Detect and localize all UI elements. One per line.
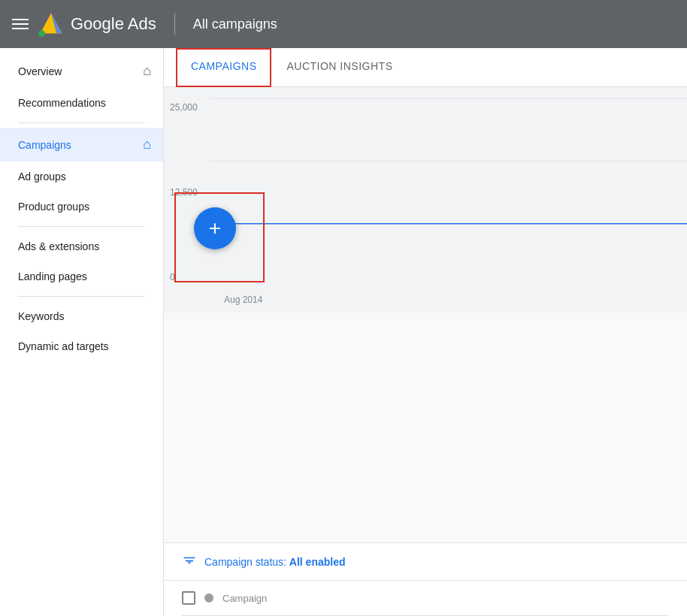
sidebar-item-label: Ads & extensions	[18, 240, 151, 252]
chart-y-labels: 25,000 12,500 0	[164, 87, 209, 282]
header: Google Ads All campaigns	[0, 0, 687, 48]
table-select-all-checkbox[interactable]	[182, 591, 195, 605]
page-title: All campaigns	[193, 17, 277, 32]
sidebar-item-landing-pages[interactable]: Landing pages	[0, 261, 163, 291]
sidebar-item-label: Dynamic ad targets	[18, 340, 151, 352]
sidebar-item-keywords[interactable]: Keywords	[0, 301, 163, 331]
sidebar-item-label: Ad groups	[18, 171, 151, 183]
chart-x-label: Aug 2014	[224, 294, 262, 305]
filter-value: All enabled	[289, 556, 346, 568]
filter-icon[interactable]	[182, 552, 197, 571]
sidebar-item-overview[interactable]: Overview ⌂	[0, 54, 163, 88]
sidebar-divider	[18, 226, 145, 227]
sidebar: Overview ⌂ Recommendations Campaigns ⌂ A…	[0, 48, 164, 616]
sidebar-divider	[18, 122, 145, 123]
tab-campaigns-label: CAMPAIGNS	[191, 60, 256, 72]
sidebar-item-label: Product groups	[18, 201, 151, 213]
sidebar-item-campaigns[interactable]: Campaigns ⌂	[0, 128, 163, 162]
table-column-campaign: Campaign	[222, 593, 267, 604]
chart-svg	[209, 87, 687, 235]
sidebar-item-label: Keywords	[18, 310, 151, 322]
sidebar-item-dynamic-ad-targets[interactable]: Dynamic ad targets	[0, 331, 163, 361]
google-ads-logo-icon	[38, 11, 65, 38]
tab-campaigns[interactable]: CAMPAIGNS	[176, 48, 271, 87]
logo: Google Ads	[38, 11, 156, 38]
filter-bar: Campaign status: All enabled	[164, 542, 687, 580]
menu-icon[interactable]	[12, 19, 29, 29]
tab-auction-insights-label: AUCTION INSIGHTS	[286, 60, 392, 72]
filter-text: Campaign status: All enabled	[204, 556, 346, 568]
header-divider	[174, 13, 175, 35]
table-area: Campaign	[164, 580, 687, 616]
sidebar-item-label: Overview	[18, 65, 143, 77]
table-status-indicator	[204, 593, 213, 602]
sidebar-item-label: Campaigns	[18, 139, 143, 151]
sidebar-item-label: Recommendations	[18, 97, 151, 109]
layout: Overview ⌂ Recommendations Campaigns ⌂ A…	[0, 48, 687, 616]
chart-area: 25,000 12,500 0 Aug 2014	[164, 87, 687, 313]
svg-point-2	[38, 30, 45, 37]
table-header-row: Campaign	[182, 581, 669, 616]
sidebar-item-ad-groups[interactable]: Ad groups	[0, 162, 163, 192]
main-content: CAMPAIGNS AUCTION INSIGHTS 25,000 12,500…	[164, 48, 687, 616]
tabs-bar: CAMPAIGNS AUCTION INSIGHTS	[164, 48, 687, 87]
filter-label: Campaign status:	[204, 556, 289, 568]
add-campaign-button[interactable]	[194, 207, 236, 249]
sidebar-divider	[18, 296, 145, 297]
sidebar-item-label: Landing pages	[18, 270, 151, 282]
chart-y-label-top: 25,000	[170, 102, 203, 113]
sidebar-item-recommendations[interactable]: Recommendations	[0, 88, 163, 118]
home-icon: ⌂	[143, 63, 151, 79]
sidebar-item-product-groups[interactable]: Product groups	[0, 192, 163, 222]
home-icon: ⌂	[143, 137, 151, 152]
app-name: Google Ads	[71, 14, 156, 34]
sidebar-item-ads-extensions[interactable]: Ads & extensions	[0, 231, 163, 261]
chart-y-label-bottom: 0	[170, 272, 203, 282]
chart-y-label-mid: 12,500	[170, 187, 203, 198]
tab-auction-insights[interactable]: AUCTION INSIGHTS	[271, 48, 407, 86]
